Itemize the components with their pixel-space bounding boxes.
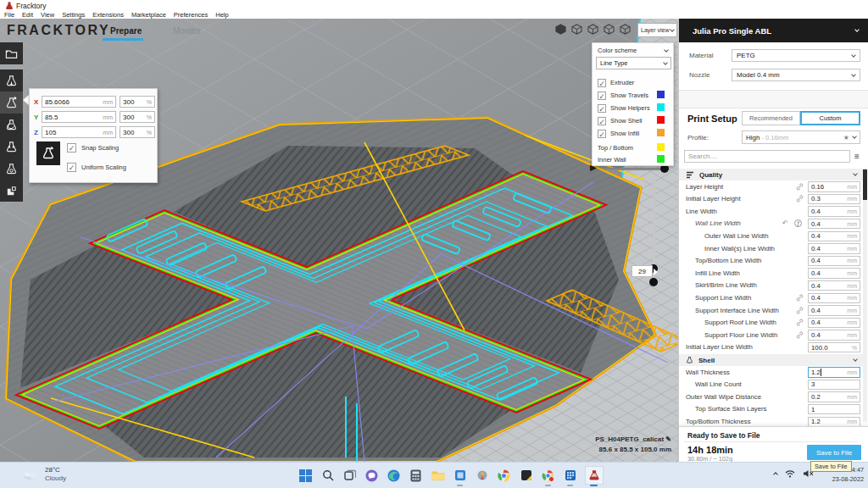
rotate-tool-button[interactable] xyxy=(0,114,23,136)
setting-input-wall-thickness[interactable]: 1.2mm xyxy=(808,367,860,378)
menu-preferences[interactable]: Preferences xyxy=(174,11,208,19)
left-view-icon[interactable] xyxy=(604,24,615,35)
snap-scaling-row[interactable]: ✓ Snap Scaling xyxy=(67,143,119,152)
taskbar-fracktory-icon[interactable] xyxy=(585,466,604,485)
setting-input-wall-line-count[interactable]: 3 xyxy=(808,380,860,391)
taskbar-task-view-icon[interactable] xyxy=(342,469,357,483)
material-dropdown[interactable]: PETG xyxy=(732,49,860,62)
tray-chevron-up-icon[interactable] xyxy=(773,472,778,477)
setting-input-wall-line-width[interactable]: 0.4mm xyxy=(808,219,860,230)
tab-prepare[interactable]: Prepare xyxy=(110,26,142,36)
settings-scrollbar-thumb[interactable] xyxy=(863,169,867,200)
move-tool-button[interactable] xyxy=(0,69,23,92)
tab-monitor[interactable]: Monitor xyxy=(173,26,201,36)
setting-input-line-width[interactable]: 0.4mm xyxy=(808,206,860,217)
taskbar-dark-app-icon[interactable] xyxy=(519,469,533,483)
setting-input-top-bottom-thickness[interactable]: 1.2mm xyxy=(808,417,860,427)
taskbar-chrome-icon[interactable] xyxy=(497,469,511,483)
setting-input-outer-wall-wipe-distance[interactable]: 0.2mm xyxy=(808,391,860,402)
taskbar-edge-icon[interactable] xyxy=(387,469,401,483)
front-view-icon[interactable] xyxy=(571,24,582,35)
machine-selector[interactable]: Julia Pro Single ABL xyxy=(679,19,868,42)
setting-input-top-surface-skin-layers[interactable]: 1 xyxy=(808,404,860,415)
setting-input-support-line-width[interactable]: 0.4mm xyxy=(808,293,860,304)
taskbar-search-icon[interactable] xyxy=(320,469,335,483)
viewport-3d[interactable] xyxy=(0,19,678,462)
setting-input-initial-layer-height[interactable]: 0.3mm xyxy=(808,194,860,205)
weather-widget[interactable]: 28°CCloudy xyxy=(22,466,66,483)
perspective-cube-icon[interactable] xyxy=(555,24,566,35)
taskbar-chat-icon[interactable] xyxy=(364,469,379,483)
taskbar-grid-app-icon[interactable] xyxy=(563,469,577,483)
scale-tool-button[interactable] xyxy=(0,92,23,114)
snap-scaling-checkbox[interactable]: ✓ xyxy=(67,143,76,152)
edit-name-icon[interactable]: ✎ xyxy=(665,435,671,443)
section-header-quality[interactable]: Quality xyxy=(679,169,864,180)
simulation-slider-track[interactable] xyxy=(604,168,668,170)
setting-input-inner-wall-s-line-width[interactable]: 0.4mm xyxy=(808,243,860,254)
setting-input-support-roof-line-width[interactable]: 0.4mm xyxy=(808,318,860,329)
uniform-scaling-row[interactable]: ✓ Uniform Scaling xyxy=(67,163,126,172)
save-to-file-button[interactable]: Save to File xyxy=(807,445,861,460)
toggle-show-travels[interactable]: ✓Show Travels xyxy=(598,90,648,101)
view-mode-dropdown[interactable]: Layer view xyxy=(637,23,677,37)
taskbar-file-explorer-icon[interactable] xyxy=(431,469,445,483)
setting-input-infill-line-width[interactable]: 0.4mm xyxy=(808,268,860,279)
menu-edit[interactable]: Edit xyxy=(22,11,33,19)
revert-icon[interactable]: ↶ xyxy=(782,219,788,227)
support-blocker-tool-button[interactable] xyxy=(0,180,23,202)
nozzle-dropdown[interactable]: Model 0.4 mm xyxy=(732,69,860,81)
menu-file[interactable]: File xyxy=(4,11,14,19)
taskbar-blue-app-icon[interactable] xyxy=(453,469,467,483)
recommended-button[interactable]: Recommended xyxy=(742,111,800,125)
scale-y-mm-input[interactable]: 85.5mm xyxy=(42,111,116,123)
setting-input-support-floor-line-width[interactable]: 0.4mm xyxy=(808,330,860,341)
layer-slider-handle-bottom[interactable] xyxy=(649,278,658,286)
toggle-extruder[interactable]: ✓Extruder xyxy=(598,77,634,88)
settings-menu-icon[interactable]: ≡ xyxy=(854,152,860,161)
setting-input-initial-layer-line-width[interactable]: 100.0% xyxy=(808,342,860,353)
color-scheme-dropdown[interactable]: Line Type xyxy=(596,57,671,69)
menu-marketplace[interactable]: Marketplace xyxy=(131,11,166,19)
scale-z-mm-input[interactable]: 105mm xyxy=(42,126,116,138)
checkbox[interactable]: ✓ xyxy=(598,117,606,125)
taskbar-start-icon[interactable] xyxy=(298,469,313,483)
scale-y-percent-input[interactable]: 300% xyxy=(120,111,155,123)
scale-z-percent-input[interactable]: 300% xyxy=(120,126,155,138)
taskbar-calculator-icon[interactable] xyxy=(409,469,423,483)
checkbox[interactable]: ✓ xyxy=(598,79,606,87)
uniform-scaling-checkbox[interactable]: ✓ xyxy=(67,163,76,172)
setting-input-support-interface-line-width[interactable]: 0.4mm xyxy=(808,305,860,316)
toggle-show-infill[interactable]: ✓Show Infill xyxy=(598,128,639,139)
setting-input-outer-wall-line-width[interactable]: 0.4mm xyxy=(808,231,860,242)
top-view-icon[interactable] xyxy=(587,24,598,35)
menu-view[interactable]: View xyxy=(41,11,54,19)
custom-button[interactable]: Custom xyxy=(800,111,860,125)
menu-extensions[interactable]: Extensions xyxy=(92,11,124,19)
color-scheme-header[interactable]: Color scheme xyxy=(598,47,668,54)
setting-input-layer-height[interactable]: 0.16mm xyxy=(808,181,860,192)
per-model-settings-tool-button[interactable] xyxy=(0,158,23,180)
menu-settings[interactable]: Settings xyxy=(62,11,85,19)
wifi-icon[interactable] xyxy=(785,469,795,478)
scale-x-mm-input[interactable]: 85.6066mm xyxy=(42,96,116,108)
right-view-icon[interactable] xyxy=(620,24,631,35)
profile-dropdown[interactable]: High - 0.16mm ★ xyxy=(742,130,860,144)
section-header-shell[interactable]: Shell xyxy=(679,354,864,366)
star-icon[interactable]: ★ xyxy=(843,134,849,141)
viewport-3d-scene[interactable] xyxy=(0,19,678,462)
checkbox[interactable]: ✓ xyxy=(598,104,606,113)
toggle-show-shell[interactable]: ✓Show Shell xyxy=(598,115,643,126)
calculated-value-icon[interactable]: ƒ xyxy=(794,219,802,227)
setting-input-top-bottom-line-width[interactable]: 0.4mm xyxy=(808,256,860,267)
taskbar-utility-app-icon[interactable] xyxy=(475,469,489,483)
taskbar-chrome-profile-icon[interactable] xyxy=(541,469,555,483)
menu-help[interactable]: Help xyxy=(215,11,228,19)
checkbox[interactable]: ✓ xyxy=(598,130,606,138)
toggle-show-helpers[interactable]: ✓Show Helpers xyxy=(598,103,650,114)
mirror-tool-button[interactable] xyxy=(0,136,23,158)
checkbox[interactable]: ✓ xyxy=(598,92,606,100)
search-settings-input[interactable]: Search.... xyxy=(684,150,850,163)
setting-input-skirt-brim-line-width[interactable]: 0.4mm xyxy=(808,280,860,291)
scale-x-percent-input[interactable]: 300% xyxy=(120,96,155,108)
